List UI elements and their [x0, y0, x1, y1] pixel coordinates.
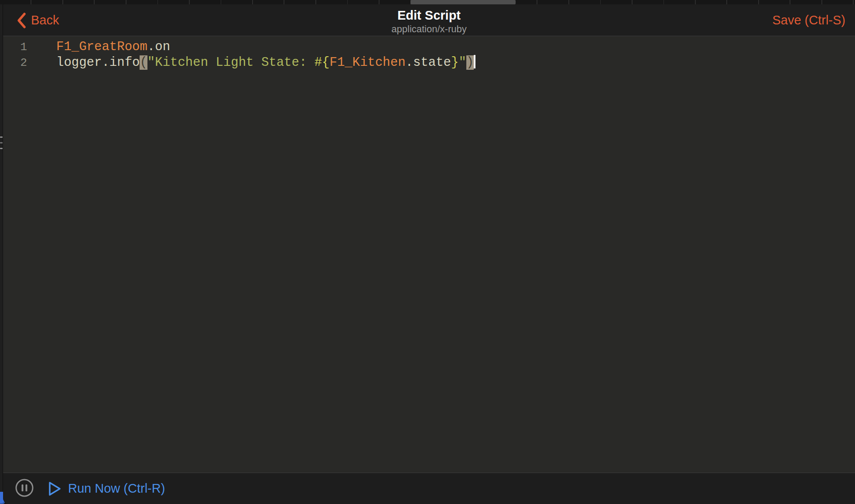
modal-title-block: Edit Script application/x-ruby — [3, 8, 855, 35]
code-line[interactable]: 1F1_GreatRoom.on — [3, 39, 855, 55]
line-number: 1 — [3, 39, 27, 55]
modal-header: Back Edit Script application/x-ruby Save… — [3, 4, 855, 36]
background-page-edge — [0, 4, 3, 504]
back-button-label: Back — [31, 13, 59, 27]
page-title: Edit Script — [3, 8, 855, 23]
code-text: logger.info("Kitchen Light State: #{F1_K… — [56, 55, 475, 71]
pause-icon — [15, 478, 34, 499]
modal-footer: Run Now (Ctrl-R) — [3, 473, 855, 504]
background-table-header — [0, 0, 855, 4]
edit-script-modal: Back Edit Script application/x-ruby Save… — [3, 4, 855, 504]
play-icon — [48, 481, 61, 496]
text-cursor — [474, 55, 475, 68]
run-now-label: Run Now (Ctrl-R) — [68, 481, 165, 496]
code-editor[interactable]: 1F1_GreatRoom.on2logger.info("Kitchen Li… — [3, 36, 855, 473]
script-mime-type: application/x-ruby — [3, 24, 855, 35]
pause-button[interactable] — [15, 479, 34, 498]
background-text-fragment — [0, 148, 3, 149]
chevron-left-icon — [16, 12, 27, 29]
run-now-button[interactable]: Run Now (Ctrl-R) — [48, 481, 165, 496]
background-scrollbar-thumb[interactable] — [410, 0, 516, 4]
code-lines: 1F1_GreatRoom.on2logger.info("Kitchen Li… — [3, 39, 855, 71]
background-text-fragment — [0, 136, 3, 138]
background-text-fragment — [0, 142, 3, 143]
line-number: 2 — [3, 55, 27, 71]
back-button[interactable]: Back — [16, 4, 59, 36]
code-line[interactable]: 2logger.info("Kitchen Light State: #{F1_… — [3, 55, 855, 71]
code-text: F1_GreatRoom.on — [56, 39, 170, 55]
save-button[interactable]: Save (Ctrl-S) — [772, 4, 845, 36]
